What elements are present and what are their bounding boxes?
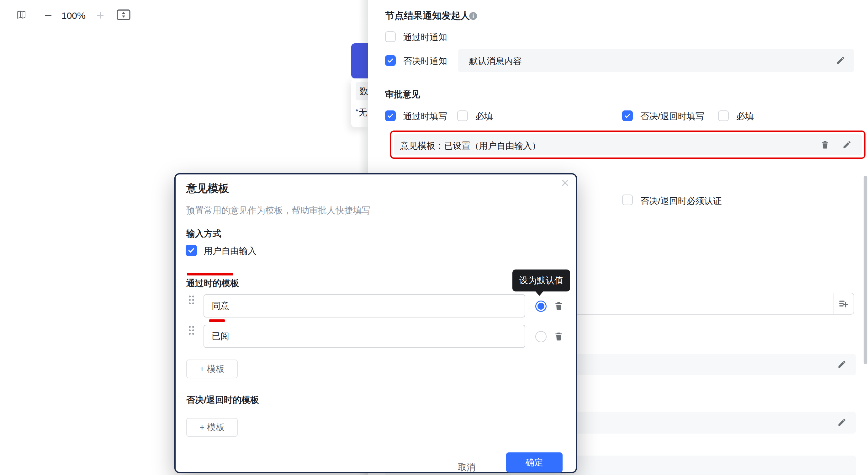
opinion-pass-checkbox[interactable] — [385, 111, 396, 121]
notify-message-value: 默认消息内容 — [469, 55, 522, 67]
confirm-button[interactable]: 确定 — [506, 452, 563, 473]
zoom-out-button[interactable] — [42, 9, 55, 22]
cancel-button[interactable]: 取消 — [448, 459, 486, 475]
template-input-2[interactable] — [204, 325, 525, 348]
notify-message-field[interactable]: 默认消息内容 — [458, 49, 854, 72]
template-input-wrap — [204, 325, 525, 348]
delete-template-button[interactable] — [820, 140, 830, 150]
modal-close-button[interactable] — [559, 177, 571, 189]
add-from-list-button[interactable] — [837, 298, 850, 310]
fit-view-button[interactable] — [115, 8, 132, 22]
reject-templates-label: 否决/退回时的模板 — [186, 394, 259, 406]
annotation-underline — [209, 319, 225, 322]
zoom-level: 100% — [61, 10, 86, 21]
pencil-icon — [836, 56, 845, 66]
opinion-pass-required-checkbox[interactable] — [457, 111, 468, 121]
edit-message-button[interactable] — [835, 55, 846, 66]
default-radio-unselected[interactable] — [535, 331, 547, 342]
map-overview-button[interactable] — [14, 8, 28, 22]
plus-icon — [96, 11, 105, 21]
notify-reject-label: 否决时通知 — [403, 56, 447, 66]
opinion-reject-label: 否决/退回时填写 — [640, 111, 704, 122]
drag-handle[interactable] — [189, 296, 194, 304]
set-default-tooltip: 设为默认值 — [513, 269, 570, 292]
opinion-reject-required-checkbox[interactable] — [718, 111, 729, 121]
zoom-in-button[interactable] — [94, 9, 106, 22]
auth-required-checkbox[interactable] — [622, 195, 633, 205]
default-radio-selected[interactable] — [535, 301, 547, 312]
opinion-pass-required-label: 必填 — [475, 111, 493, 122]
delete-template-row-button[interactable] — [553, 301, 564, 312]
edit-template-button[interactable] — [842, 140, 852, 150]
opinion-template-summary: 意见模板：已设置（用户自由输入） — [400, 141, 540, 151]
map-icon — [16, 9, 27, 21]
trash-icon — [820, 140, 830, 150]
minus-icon — [43, 11, 53, 21]
annotation-underline — [187, 273, 233, 275]
pencil-icon — [842, 140, 852, 150]
info-icon[interactable] — [468, 11, 478, 22]
drag-handle[interactable] — [189, 326, 194, 335]
trash-icon — [554, 301, 564, 312]
opinion-reject-checkbox[interactable] — [622, 111, 633, 121]
field-divider — [833, 293, 834, 314]
fit-view-icon — [116, 8, 131, 22]
approval-flow-editor: 100% 数 “无 节点结果通知发起人 — [0, 0, 868, 475]
opinion-section-title: 审批意见 — [385, 89, 420, 100]
panel-scrollbar[interactable] — [864, 176, 867, 364]
opinion-template-modal: 意见模板 预置常用的意见作为模板，帮助审批人快捷填写 输入方式 用户自由输入 通… — [174, 173, 577, 473]
list-plus-icon — [838, 298, 849, 310]
template-input-1[interactable] — [204, 294, 525, 318]
trash-icon — [554, 331, 564, 342]
notify-section-title: 节点结果通知发起人 — [385, 10, 470, 21]
add-pass-template-button[interactable]: + 模板 — [186, 360, 238, 378]
modal-title: 意见模板 — [186, 181, 229, 196]
pass-templates-label: 通过时的模板 — [186, 277, 239, 289]
template-input-wrap — [204, 294, 525, 318]
opinion-template-highlight: 意见模板：已设置（用户自由输入） — [390, 130, 866, 159]
edit-row-button[interactable] — [837, 359, 847, 370]
tooltip-arrow — [535, 291, 544, 296]
notify-pass-checkbox[interactable] — [385, 31, 396, 42]
input-method-label: 输入方式 — [186, 228, 221, 240]
notify-pass-label: 通过时通知 — [403, 32, 447, 43]
edit-row-button[interactable] — [837, 417, 847, 428]
free-input-checkbox[interactable] — [186, 245, 197, 256]
delete-template-row-button[interactable] — [553, 331, 564, 342]
add-reject-template-button[interactable]: + 模板 — [186, 418, 238, 437]
opinion-template-row[interactable]: 意见模板：已设置（用户自由输入） — [394, 134, 862, 155]
close-icon — [560, 178, 570, 189]
free-input-label: 用户自由输入 — [204, 246, 256, 256]
pencil-icon — [837, 418, 847, 428]
pencil-icon — [837, 360, 847, 370]
auth-required-label: 否决/退回时必须认证 — [640, 196, 722, 206]
opinion-pass-label: 通过时填写 — [403, 111, 447, 122]
opinion-reject-required-label: 必填 — [736, 111, 754, 122]
notify-reject-checkbox[interactable] — [385, 55, 396, 66]
modal-subtitle: 预置常用的意见作为模板，帮助审批人快捷填写 — [186, 205, 371, 216]
